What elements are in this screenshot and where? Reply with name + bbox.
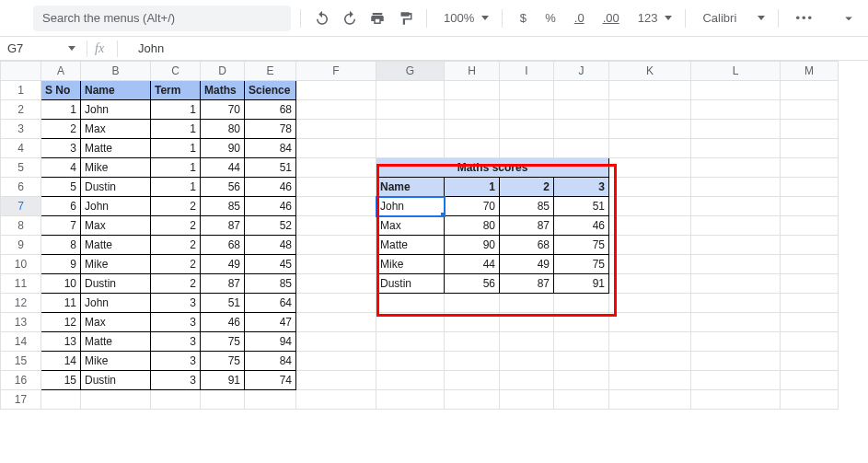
pivot-cell[interactable]: 51 (554, 197, 609, 216)
cell[interactable] (781, 332, 839, 352)
cell[interactable]: 70 (201, 100, 245, 120)
cell[interactable] (296, 81, 376, 100)
cell[interactable] (445, 294, 500, 313)
cell[interactable]: 80 (201, 120, 245, 139)
cell[interactable]: 2 (151, 274, 201, 294)
cell[interactable]: 78 (245, 120, 296, 139)
cell[interactable] (781, 294, 839, 313)
cell[interactable]: 85 (245, 274, 296, 294)
more-toolbar-button[interactable]: ••• (788, 6, 821, 31)
redo-button[interactable] (338, 6, 362, 31)
cell[interactable] (781, 178, 839, 197)
cell[interactable]: 1 (151, 100, 201, 120)
cell[interactable]: Max (81, 120, 151, 139)
pivot-cell[interactable]: 87 (500, 216, 554, 236)
cell[interactable] (500, 81, 554, 100)
cell[interactable] (691, 352, 781, 371)
pivot-cell[interactable]: 46 (554, 216, 609, 236)
col-header-B[interactable]: B (81, 62, 151, 81)
cell[interactable] (376, 81, 445, 100)
cell[interactable]: 75 (201, 352, 245, 371)
cell[interactable]: 6 (41, 197, 81, 216)
cell[interactable]: 1 (41, 100, 81, 120)
cell[interactable]: Maths (201, 81, 245, 100)
cell[interactable] (500, 371, 554, 390)
cell[interactable] (691, 158, 781, 178)
cell[interactable] (691, 371, 781, 390)
cell[interactable]: Mike (81, 255, 151, 274)
cell[interactable]: 44 (201, 158, 245, 178)
menu-search[interactable]: Search the menus (Alt+/) (33, 6, 291, 31)
cell[interactable] (691, 332, 781, 352)
cell[interactable] (554, 313, 609, 332)
cell[interactable] (781, 139, 839, 158)
cell[interactable] (500, 120, 554, 139)
cell[interactable]: 87 (201, 274, 245, 294)
cell[interactable] (500, 139, 554, 158)
cell[interactable] (376, 332, 445, 352)
cell[interactable] (609, 313, 691, 332)
col-header-C[interactable]: C (151, 62, 201, 81)
cell[interactable] (691, 216, 781, 236)
col-header-L[interactable]: L (691, 62, 781, 81)
cell[interactable]: John (81, 197, 151, 216)
cell[interactable] (554, 332, 609, 352)
more-formats-button[interactable]: 123 (631, 6, 677, 31)
cell[interactable] (691, 100, 781, 120)
cell[interactable]: 48 (245, 236, 296, 255)
row-header[interactable]: 5 (1, 158, 41, 178)
pivot-cell[interactable]: Max (376, 216, 445, 236)
cell[interactable]: Dustin (81, 371, 151, 390)
pivot-cell[interactable]: 68 (500, 236, 554, 255)
cell[interactable] (376, 352, 445, 371)
cell[interactable]: 12 (41, 313, 81, 332)
cell[interactable]: 90 (201, 139, 245, 158)
cell[interactable]: 91 (201, 371, 245, 390)
pivot-cell[interactable]: Matte (376, 236, 445, 255)
cell[interactable] (500, 390, 554, 410)
cell[interactable] (691, 313, 781, 332)
cell[interactable] (609, 139, 691, 158)
cell[interactable] (781, 197, 839, 216)
cell[interactable] (500, 100, 554, 120)
cell[interactable]: 11 (41, 294, 81, 313)
col-header-E[interactable]: E (245, 62, 296, 81)
cell[interactable]: 5 (41, 178, 81, 197)
pivot-cell[interactable]: 87 (500, 274, 554, 294)
cell[interactable]: 84 (245, 352, 296, 371)
cell[interactable]: Max (81, 313, 151, 332)
cell[interactable] (781, 371, 839, 390)
decrease-decimal-button[interactable]: .0 (567, 6, 592, 31)
row-header[interactable]: 9 (1, 236, 41, 255)
pivot-col-hdr[interactable]: 2 (500, 178, 554, 197)
cell[interactable] (376, 313, 445, 332)
cell[interactable] (609, 274, 691, 294)
pivot-cell[interactable]: 44 (445, 255, 500, 274)
cell[interactable]: John (81, 294, 151, 313)
cell[interactable]: Mike (81, 352, 151, 371)
cell[interactable] (445, 81, 500, 100)
cell[interactable]: John (81, 100, 151, 120)
cell[interactable]: 3 (151, 294, 201, 313)
pivot-name-hdr[interactable]: Name (376, 178, 445, 197)
col-header-H[interactable]: H (445, 62, 500, 81)
cell[interactable]: 10 (41, 274, 81, 294)
cell[interactable]: Dustin (81, 274, 151, 294)
cell[interactable] (609, 255, 691, 274)
cell[interactable] (445, 139, 500, 158)
col-header-K[interactable]: K (609, 62, 691, 81)
cell[interactable]: 14 (41, 352, 81, 371)
row-header[interactable]: 16 (1, 371, 41, 390)
row-header[interactable]: 13 (1, 313, 41, 332)
print-button[interactable] (365, 6, 389, 31)
cell[interactable] (554, 81, 609, 100)
cell[interactable]: Science (245, 81, 296, 100)
cell[interactable] (781, 313, 839, 332)
fill-handle[interactable] (441, 213, 445, 216)
cell[interactable] (609, 216, 691, 236)
cell[interactable] (554, 371, 609, 390)
cell[interactable] (376, 294, 445, 313)
cell[interactable] (445, 371, 500, 390)
cell[interactable]: 84 (245, 139, 296, 158)
cell[interactable] (691, 139, 781, 158)
